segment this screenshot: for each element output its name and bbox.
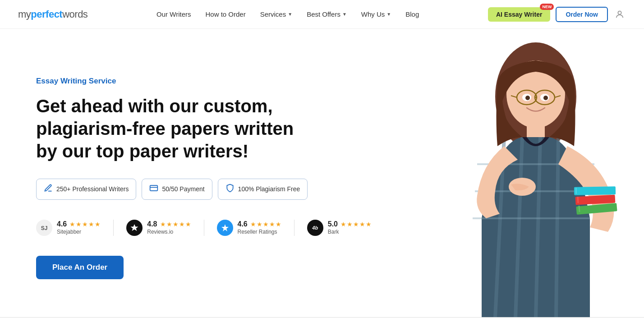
svg-text:SJ: SJ (41, 225, 48, 231)
nav-best-offers[interactable]: Best Offers ▼ (307, 10, 347, 18)
user-account-icon[interactable] (613, 8, 626, 21)
sitejabber-platform: Sitejabber (57, 229, 101, 235)
svg-point-16 (543, 96, 548, 100)
feature-payment: 50/50 Payment (142, 179, 212, 200)
nav-our-writers[interactable]: Our Writers (156, 10, 191, 18)
svg-rect-1 (150, 185, 158, 191)
payment-icon (149, 184, 158, 195)
reviews-io-platform: Reviews.io (147, 229, 191, 235)
reseller-rating-info: 4.6 ★ ★ ★ ★ ★ Reseller Ratings (238, 220, 281, 235)
header: myperfectwords Our Writers How to Order … (0, 0, 644, 29)
services-chevron-icon: ▼ (288, 12, 292, 17)
svg-rect-27 (574, 186, 616, 195)
nav-why-us[interactable]: Why Us ▼ (361, 10, 391, 18)
place-order-button[interactable]: Place An Order (36, 256, 124, 279)
bark-score: 5.0 (328, 220, 338, 228)
plagiarism-icon (225, 184, 235, 195)
order-now-button[interactable]: Order Now (556, 7, 608, 22)
service-label: Essay Writing Service (36, 77, 352, 86)
payment-label: 50/50 Payment (162, 185, 204, 193)
hero-content: Essay Writing Service Get ahead with our… (36, 77, 352, 279)
reseller-score: 4.6 (238, 220, 248, 228)
rating-bark: 4b 5.0 ★ ★ ★ ★ ★ Bark (307, 220, 384, 236)
nav-services[interactable]: Services ▼ (260, 10, 292, 18)
rating-sitejabber: SJ 4.6 ★ ★ ★ ★ ★ Sitejabber (36, 220, 114, 236)
rating-reseller: 4.6 ★ ★ ★ ★ ★ Reseller Ratings (217, 220, 294, 236)
logo[interactable]: myperfectwords (18, 9, 87, 20)
svg-rect-30 (575, 188, 577, 194)
sitejabber-rating-info: 4.6 ★ ★ ★ ★ ★ Sitejabber (57, 220, 101, 235)
feature-plagiarism: 100% Plagiarism Free (218, 179, 308, 200)
writers-icon (44, 184, 53, 195)
sitejabber-score: 4.6 (57, 220, 67, 228)
bark-rating-info: 5.0 ★ ★ ★ ★ ★ Bark (328, 220, 372, 235)
bark-stars: ★ ★ ★ ★ ★ (340, 221, 372, 228)
best-offers-chevron-icon: ▼ (342, 12, 347, 17)
plagiarism-label: 100% Plagiarism Free (238, 185, 300, 193)
svg-point-15 (525, 96, 530, 100)
reseller-stars: ★ ★ ★ ★ ★ (250, 221, 281, 228)
reviews-io-score: 4.8 (147, 220, 157, 228)
ratings-row: SJ 4.6 ★ ★ ★ ★ ★ Sitejabber (36, 220, 352, 236)
why-us-chevron-icon: ▼ (386, 12, 391, 17)
svg-point-0 (618, 11, 621, 14)
ai-essay-writer-button[interactable]: AI Essay Writer New (488, 7, 550, 22)
header-actions: AI Essay Writer New Order Now (488, 7, 626, 22)
hero-section: Essay Writing Service Get ahead with our… (0, 29, 644, 318)
writers-label: 250+ Professional Writers (56, 185, 129, 193)
reseller-ratings-logo (217, 220, 233, 236)
logo-my: my (18, 9, 31, 20)
reviews-io-rating-info: 4.8 ★ ★ ★ ★ ★ Reviews.io (147, 220, 191, 235)
main-nav: Our Writers How to Order Services ▼ Best… (156, 10, 419, 18)
sitejabber-stars: ★ ★ ★ ★ ★ (69, 221, 101, 228)
reviews-io-logo (126, 220, 143, 236)
hero-image (428, 29, 644, 318)
reviews-io-stars: ★ ★ ★ ★ ★ (160, 221, 191, 228)
rating-reviews-io: 4.8 ★ ★ ★ ★ ★ Reviews.io (126, 220, 204, 236)
hero-woman-illustration (432, 29, 639, 318)
nav-blog[interactable]: Blog (405, 10, 419, 18)
bark-platform: Bark (328, 229, 372, 235)
nav-how-to-order[interactable]: How to Order (205, 10, 245, 18)
bark-logo: 4b (307, 220, 323, 236)
feature-writers: 250+ Professional Writers (36, 179, 136, 200)
bottom-divider (0, 317, 644, 318)
svg-marker-5 (131, 224, 138, 231)
reseller-platform: Reseller Ratings (238, 229, 281, 235)
hero-title: Get ahead with our custom, plagiarism-fr… (36, 95, 316, 162)
logo-words: words (62, 9, 87, 20)
ai-new-badge: New (540, 4, 554, 10)
features-row: 250+ Professional Writers 50/50 Payment … (36, 179, 352, 200)
sitejabber-logo: SJ (36, 220, 52, 236)
logo-perfect: perfect (31, 9, 62, 20)
